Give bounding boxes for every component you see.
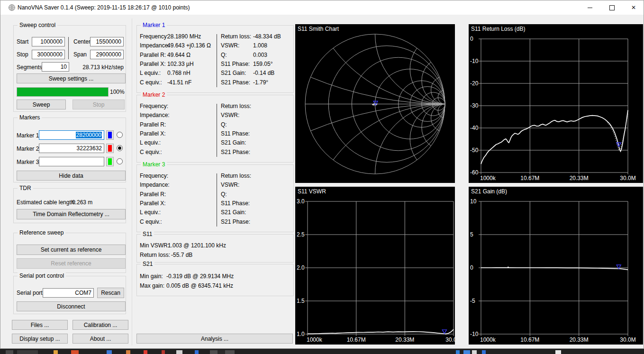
taskbar-icon-fragment xyxy=(6,350,13,354)
marker-field-label: S21 Gain: xyxy=(221,209,246,216)
marker-field-label: L equiv.: xyxy=(140,209,161,216)
max-gain-value: 0.005 dB @ 6345.741 kHz xyxy=(166,282,233,289)
s11-return-loss-label: Return loss: xyxy=(140,252,170,258)
maximize-icon xyxy=(609,5,615,10)
tdr-title: TDR xyxy=(18,185,33,191)
svg-text:-30: -30 xyxy=(470,102,479,109)
center-input[interactable]: 15500000 xyxy=(90,37,124,46)
disconnect-label: Disconnect xyxy=(57,303,85,310)
marker-field-label: Q: xyxy=(221,52,227,58)
marker-field-value: -41.51 nF xyxy=(167,79,191,86)
sweep-button[interactable]: Sweep xyxy=(17,100,66,109)
svg-text:30.0M: 30.0M xyxy=(620,175,635,182)
disconnect-button[interactable]: Disconnect xyxy=(17,301,126,311)
stop-input[interactable]: 30000000 xyxy=(32,50,65,59)
svg-text:2.0: 2.0 xyxy=(297,264,305,271)
marker-field-label: C equiv.: xyxy=(140,149,162,155)
serial-port-title: Serial port control xyxy=(18,272,66,279)
set-reference-button[interactable]: Set current as reference xyxy=(17,245,126,255)
marker-field-label: S11 Phase: xyxy=(221,130,250,137)
taskbar-icon-fragment xyxy=(17,350,38,354)
svg-text:-50: -50 xyxy=(470,147,479,154)
display-setup-button[interactable]: Display setup ... xyxy=(12,334,68,344)
start-input[interactable]: 1000000 xyxy=(32,37,65,46)
marker1-frequency-input[interactable]: 28200000 xyxy=(39,130,104,140)
reference-sweep-title: Reference sweep xyxy=(18,229,65,236)
rescan-label: Rescan xyxy=(101,290,120,296)
marker2-color-button[interactable] xyxy=(106,144,114,153)
sweep-settings-button[interactable]: Sweep settings ... xyxy=(17,73,126,83)
marker1-color-button[interactable] xyxy=(106,130,114,140)
taskbar-icon-fragment xyxy=(54,350,58,354)
window-title: NanoVNA Saver 0.1.4 (Sweep: 2019-11-15 1… xyxy=(18,4,190,11)
app-icon xyxy=(8,4,16,11)
svg-text:10.67M: 10.67M xyxy=(520,175,539,182)
svg-text:10.67M: 10.67M xyxy=(347,336,366,343)
rescan-button[interactable]: Rescan xyxy=(97,288,124,298)
calibration-label: Calibration ... xyxy=(84,322,118,328)
panel-divider xyxy=(132,18,132,345)
segments-input[interactable]: 10 xyxy=(42,62,69,72)
about-label: About ... xyxy=(90,336,111,342)
nanovna-saver-window: NanoVNA Saver 0.1.4 (Sweep: 2019-11-15 1… xyxy=(0,0,644,349)
marker-field-label: C equiv.: xyxy=(140,218,162,225)
marker3-frequency-input[interactable] xyxy=(39,157,104,166)
sweep-divider xyxy=(68,37,69,59)
close-icon: ✕ xyxy=(631,4,636,11)
about-button[interactable]: About ... xyxy=(73,334,128,344)
s21-summary-title: S21 xyxy=(141,261,154,267)
taskbar-icon-fragment xyxy=(144,350,147,354)
files-button[interactable]: Files ... xyxy=(12,320,68,330)
taskbar-icon-fragment xyxy=(555,350,561,354)
set-reference-label: Set current as reference xyxy=(41,246,102,253)
svg-text:-5: -5 xyxy=(470,298,475,304)
marker1-frequency-value: 28200000 xyxy=(76,132,102,138)
marker3-color-button[interactable] xyxy=(106,157,114,166)
s21-gain-chart[interactable]: S21 Gain (dB)1050-5-101000k10.67M20.33M3… xyxy=(469,187,643,345)
tdr-group: TDR Estimated cable length: 0.263 m Time… xyxy=(13,188,126,223)
s11-smith-chart[interactable]: S11 Smith Chart xyxy=(295,24,455,183)
min-gain-value: -0.319 dB @ 29.9134 MHz xyxy=(166,273,234,280)
hide-data-button[interactable]: Hide data xyxy=(17,171,126,181)
marker-field-label: Impedance: xyxy=(140,182,170,188)
svg-text:20.33M: 20.33M xyxy=(570,175,589,182)
svg-text:1000k: 1000k xyxy=(480,336,496,343)
tdr-button-label: Time Domain Reflectometry ... xyxy=(33,211,109,218)
marker1-radio[interactable] xyxy=(117,132,123,138)
serial-port-input[interactable]: COM7 xyxy=(43,288,94,298)
maximize-button[interactable] xyxy=(601,0,623,15)
marker-field-label: S21 Phase: xyxy=(221,79,250,86)
serial-port-label: Serial port xyxy=(17,290,43,296)
marker2-panel-title: Marker 2 xyxy=(141,91,167,98)
marker3-radio[interactable] xyxy=(117,158,123,164)
marker-field-label: VSWR: xyxy=(221,42,239,49)
column-divider xyxy=(217,34,217,87)
marker3-data-panel: Marker 3 Frequency:Impedance:Parallel R:… xyxy=(136,164,294,232)
svg-text:2.5: 2.5 xyxy=(297,231,305,238)
titlebar[interactable]: NanoVNA Saver 0.1.4 (Sweep: 2019-11-15 1… xyxy=(0,0,644,15)
close-button[interactable]: ✕ xyxy=(623,0,644,15)
stop-button: Stop xyxy=(73,100,125,109)
calibration-button[interactable]: Calibration ... xyxy=(73,320,128,330)
taskbar-icon-fragment xyxy=(482,350,486,354)
span-input[interactable]: 29000000 xyxy=(90,50,124,59)
tdr-button[interactable]: Time Domain Reflectometry ... xyxy=(17,209,126,219)
marker2-radio[interactable] xyxy=(117,145,123,151)
marker-field-value: 28.1890 MHz xyxy=(167,33,201,40)
svg-text:0: 0 xyxy=(470,264,473,271)
analysis-button[interactable]: Analysis ... xyxy=(136,334,293,344)
marker-field-label: L equiv.: xyxy=(140,139,161,146)
files-label: Files ... xyxy=(31,322,49,328)
marker3-label: Marker 3 xyxy=(17,159,39,165)
taskbar-icon-fragment xyxy=(472,350,477,354)
windows-taskbar[interactable] xyxy=(0,349,644,354)
svg-text:S11 Return Loss (dB): S11 Return Loss (dB) xyxy=(471,26,526,32)
svg-text:-10: -10 xyxy=(470,331,479,337)
marker-field-label: VSWR: xyxy=(221,112,239,118)
s11-return-loss-chart[interactable]: S11 Return Loss (dB)0-10-20-30-40-50-601… xyxy=(469,24,643,183)
marker2-frequency-input[interactable]: 32223632 xyxy=(39,144,104,153)
minimize-button[interactable] xyxy=(579,0,601,15)
marker-field-value: 49.644 Ω xyxy=(167,52,190,58)
s11-vswr-chart[interactable]: S11 VSWR3.02.52.01.51.01000k10.67M20.33M… xyxy=(295,187,455,345)
taskbar-icon-fragment xyxy=(195,350,199,354)
